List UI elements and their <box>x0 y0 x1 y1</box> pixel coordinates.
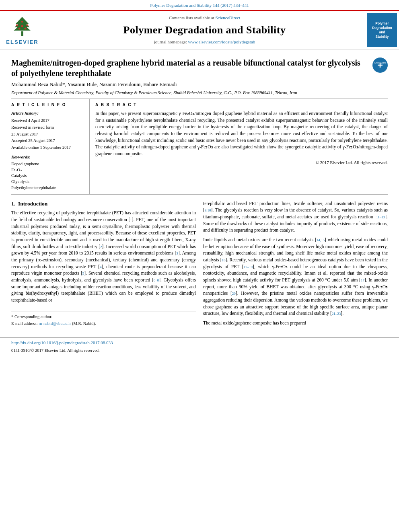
article-info-heading: A R T I C L E I N F O <box>11 102 85 108</box>
received-revised-label: Received in revised form <box>11 125 85 131</box>
elsevier-logo: ELSEVIER <box>6 15 38 46</box>
keyword-4: Glycolysis <box>11 179 85 185</box>
elsevier-label: ELSEVIER <box>6 39 38 46</box>
email-footnote: E-mail address: m-nabid@sbu.ac.ir (M.R. … <box>11 321 196 327</box>
received-revised-date: 23 August 2017 <box>11 131 85 138</box>
homepage-url-link[interactable]: www.elsevier.com/locate/polydegstab <box>188 39 255 44</box>
keyword-1: Doped graphene <box>11 161 85 167</box>
journal-header-center: Contents lists available at ScienceDirec… <box>44 11 365 49</box>
body-two-col: 1. Introduction The effective recycling … <box>11 200 388 329</box>
journal-thumb: PolymerDegradationandStability <box>367 13 397 47</box>
svg-point-9 <box>21 21 23 23</box>
intro-paragraph-1: The effective recycling of polyethylene … <box>11 210 196 303</box>
footnote-section: * Corresponding author. E-mail address: … <box>11 312 196 327</box>
received-date: Received 4 April 2017 <box>11 118 85 124</box>
journal-header-right: PolymerDegradationandStability <box>365 11 399 49</box>
affiliation-line: Department of Polymer & Material Chemist… <box>11 90 388 95</box>
authors-line: Mohammad Reza Nabid*, Yasamin Bide, Naza… <box>11 81 388 88</box>
svg-point-7 <box>25 27 27 29</box>
article-content: Maghemite/nitrogen-doped graphene hybrid… <box>0 49 399 333</box>
issn-text: 0141-3910/© 2017 Elsevier Ltd. All right… <box>11 348 100 353</box>
keyword-5: Polyethylene terephthalate <box>11 185 85 191</box>
keyword-3: Catalysis <box>11 173 85 179</box>
accepted-date: Accepted 25 August 2017 <box>11 138 85 144</box>
keyword-2: Fe₂O₃ <box>11 167 85 173</box>
copyright-line: © 2017 Elsevier Ltd. All rights reserved… <box>95 160 388 166</box>
keywords-section: Keywords: Doped graphene Fe₂O₃ Catalysis… <box>11 154 85 191</box>
science-direct-link: Contents lists available at ScienceDirec… <box>169 15 240 21</box>
journal-title-main: Polymer Degradation and Stability <box>123 23 286 37</box>
journal-thumb-title: PolymerDegradationandStability <box>372 21 392 39</box>
abstract-text: In this paper, we present superparamagne… <box>95 110 388 157</box>
right-col-abstract: A B S T R A C T In this paper, we presen… <box>90 99 388 194</box>
crossmark-badge: CrossMark <box>372 58 388 73</box>
corresponding-author-note: * Corresponding author. <box>11 314 196 320</box>
page-wrapper: Polymer Degradation and Stability 144 (2… <box>0 0 399 532</box>
crossmark-icon: CrossMark <box>374 59 387 72</box>
svg-point-5 <box>27 24 29 26</box>
intro-section-title: 1. Introduction <box>11 200 196 208</box>
sciencedirect-link[interactable]: ScienceDirect <box>215 15 240 20</box>
elsevier-tree-icon <box>8 15 36 37</box>
svg-rect-0 <box>21 31 23 36</box>
article-title-section: Maghemite/nitrogen-doped graphene hybrid… <box>11 58 388 78</box>
journal-header-left: ELSEVIER <box>0 11 44 49</box>
svg-point-8 <box>21 25 23 27</box>
journal-homepage-link: journal homepage: www.elsevier.com/locat… <box>154 39 255 45</box>
available-online: Available online 1 September 2017 <box>11 145 85 151</box>
intro-section-number: 1. <box>11 201 15 207</box>
left-col-info: A R T I C L E I N F O Article history: R… <box>11 99 90 194</box>
doi-link[interactable]: http://dx.doi.org/10.1016/j.polymdegrads… <box>11 340 388 346</box>
body-right-col: terephthalic acid-based PET production l… <box>203 200 388 329</box>
svg-point-4 <box>16 24 18 26</box>
journal-citation: Polymer Degradation and Stability 144 (2… <box>150 3 249 8</box>
bottom-bar: http://dx.doi.org/10.1016/j.polymdegrads… <box>0 337 399 356</box>
top-bar: Polymer Degradation and Stability 144 (2… <box>0 0 399 10</box>
body-left-col: 1. Introduction The effective recycling … <box>11 200 196 329</box>
journal-header: ELSEVIER Contents lists available at Sci… <box>0 10 399 49</box>
email-link[interactable]: m-nabid@sbu.ac.ir <box>39 321 71 326</box>
article-title: Maghemite/nitrogen-doped graphene hybrid… <box>11 58 368 78</box>
abstract-heading: A B S T R A C T <box>95 102 388 108</box>
right-para-2: Ionic liquids and metal oxides are the t… <box>203 236 388 317</box>
right-para-1: terephthalic acid-based PET production l… <box>203 200 388 234</box>
article-info-abstract: A R T I C L E I N F O Article history: R… <box>11 99 388 195</box>
article-history-label: Article history: <box>11 110 85 116</box>
svg-point-6 <box>19 27 21 29</box>
intro-title-text: Introduction <box>18 201 47 207</box>
keywords-label: Keywords: <box>11 154 85 160</box>
right-para-3: The metal oxide/graphene composite has b… <box>203 320 388 327</box>
